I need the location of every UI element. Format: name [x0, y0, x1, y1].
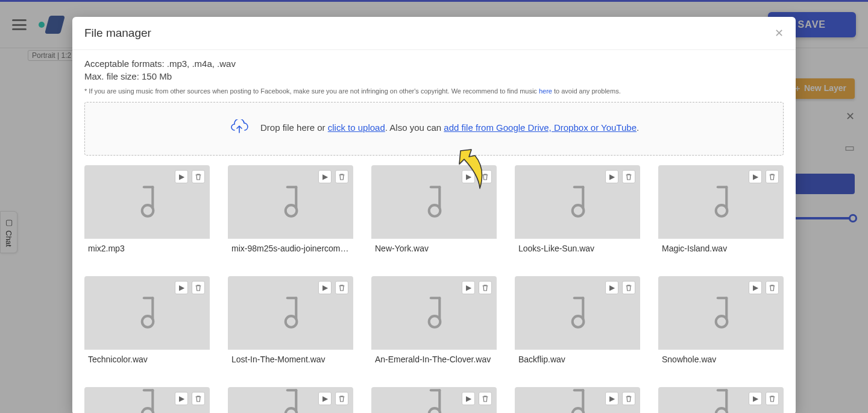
play-icon[interactable]: ▶ — [749, 392, 762, 405]
close-icon[interactable]: ✕ — [775, 27, 784, 40]
file-name: Snowhole.wav — [658, 350, 784, 369]
play-icon[interactable]: ▶ — [175, 170, 188, 183]
file-name: Backflip.wav — [515, 350, 640, 369]
play-icon[interactable]: ▶ — [318, 392, 332, 405]
play-icon[interactable]: ▶ — [318, 281, 332, 294]
svg-point-2 — [429, 205, 441, 216]
file-card[interactable]: ▶mix2.mp3 — [84, 165, 210, 258]
file-thumbnail: ▶ — [84, 165, 210, 239]
file-card[interactable]: ▶Technicolor.wav — [84, 276, 210, 369]
add-from-cloud-link[interactable]: add file from Google Drive, Dropbox or Y… — [444, 122, 637, 133]
file-name: Magic-Island.wav — [658, 239, 784, 258]
play-icon[interactable]: ▶ — [605, 281, 618, 294]
file-card[interactable]: ▶An-Emerald-In-The-Clover.wav — [371, 276, 497, 369]
svg-point-4 — [716, 205, 728, 216]
svg-point-9 — [716, 316, 728, 327]
svg-point-0 — [142, 205, 154, 216]
file-thumbnail: ▶ — [658, 276, 784, 350]
trash-icon[interactable] — [622, 170, 635, 183]
file-card[interactable]: ▶ — [515, 387, 640, 413]
trash-icon[interactable] — [766, 281, 779, 294]
trash-icon[interactable] — [335, 281, 348, 294]
trash-icon[interactable] — [192, 170, 205, 183]
play-icon[interactable]: ▶ — [175, 392, 188, 405]
play-icon[interactable]: ▶ — [462, 392, 475, 405]
formats-label: Acceptable formats: .mp3, .m4a, .wav — [84, 58, 784, 69]
file-card[interactable]: ▶ — [371, 387, 497, 413]
svg-point-7 — [429, 316, 441, 327]
file-card[interactable]: ▶Lost-In-The-Moment.wav — [228, 276, 353, 369]
play-icon[interactable]: ▶ — [175, 281, 188, 294]
file-thumbnail: ▶ — [371, 276, 497, 350]
trash-icon[interactable] — [192, 281, 205, 294]
svg-point-5 — [142, 316, 154, 327]
trash-icon[interactable] — [335, 170, 348, 183]
trash-icon[interactable] — [335, 392, 348, 405]
play-icon[interactable]: ▶ — [462, 170, 475, 183]
file-thumbnail: ▶ — [515, 276, 640, 350]
svg-point-14 — [716, 408, 728, 413]
svg-point-6 — [286, 316, 297, 327]
trash-icon[interactable] — [192, 392, 205, 405]
file-card[interactable]: ▶mix-98m25s-audio-joinercom.mp3 — [228, 165, 353, 258]
svg-point-11 — [286, 408, 297, 413]
trash-icon[interactable] — [766, 170, 779, 183]
disclaimer-link[interactable]: here — [539, 87, 552, 95]
file-name: Looks-Like-Sun.wav — [515, 239, 640, 258]
svg-point-8 — [573, 316, 584, 327]
file-name: Lost-In-The-Moment.wav — [228, 350, 353, 369]
trash-icon[interactable] — [479, 170, 492, 183]
maxsize-label: Max. file size: 150 Mb — [84, 71, 784, 81]
file-card[interactable]: ▶Snowhole.wav — [658, 276, 784, 369]
play-icon[interactable]: ▶ — [605, 392, 618, 405]
play-icon[interactable]: ▶ — [749, 170, 762, 183]
file-thumbnail: ▶ — [228, 165, 353, 239]
file-thumbnail: ▶ — [228, 276, 353, 350]
trash-icon[interactable] — [479, 392, 492, 405]
click-to-upload-link[interactable]: click to upload — [328, 122, 385, 133]
file-manager-modal: File manager ✕ Acceptable formats: .mp3,… — [72, 17, 796, 413]
disclaimer-text: * If you are using music from other sour… — [84, 87, 784, 95]
file-card[interactable]: ▶Magic-Island.wav — [658, 165, 784, 258]
file-card[interactable]: ▶Backflip.wav — [515, 276, 640, 369]
modal-title: File manager — [84, 27, 151, 40]
file-thumbnail: ▶ — [515, 387, 640, 413]
file-thumbnail: ▶ — [658, 387, 784, 413]
file-name: An-Emerald-In-The-Clover.wav — [371, 350, 497, 369]
trash-icon[interactable] — [622, 392, 635, 405]
play-icon[interactable]: ▶ — [462, 281, 475, 294]
file-thumbnail: ▶ — [371, 387, 497, 413]
dropzone[interactable]: Drop file here or click to upload. Also … — [84, 102, 784, 156]
svg-point-12 — [429, 408, 441, 413]
play-icon[interactable]: ▶ — [605, 170, 618, 183]
trash-icon[interactable] — [622, 281, 635, 294]
play-icon[interactable]: ▶ — [749, 281, 762, 294]
file-name: mix2.mp3 — [84, 239, 210, 258]
svg-point-10 — [142, 408, 154, 413]
file-thumbnail: ▶ — [371, 165, 497, 239]
cloud-upload-icon — [229, 119, 250, 138]
play-icon[interactable]: ▶ — [318, 170, 332, 183]
file-thumbnail: ▶ — [228, 387, 353, 413]
file-thumbnail: ▶ — [515, 165, 640, 239]
file-name: Technicolor.wav — [84, 350, 210, 369]
file-name: mix-98m25s-audio-joinercom.mp3 — [228, 239, 353, 258]
file-card[interactable]: ▶Looks-Like-Sun.wav — [515, 165, 640, 258]
file-name: New-York.wav — [371, 239, 497, 258]
file-thumbnail: ▶ — [658, 165, 784, 239]
trash-icon[interactable] — [766, 392, 779, 405]
file-thumbnail: ▶ — [84, 387, 210, 413]
svg-point-13 — [573, 408, 584, 413]
file-card[interactable]: ▶ — [228, 387, 353, 413]
trash-icon[interactable] — [479, 281, 492, 294]
svg-point-1 — [286, 205, 297, 216]
file-card[interactable]: ▶ — [84, 387, 210, 413]
file-thumbnail: ▶ — [84, 276, 210, 350]
file-card[interactable]: ▶ — [658, 387, 784, 413]
file-card[interactable]: ▶New-York.wav — [371, 165, 497, 258]
svg-point-3 — [573, 205, 584, 216]
